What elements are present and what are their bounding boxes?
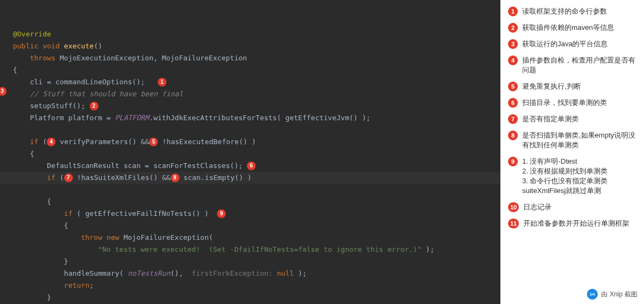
note-text: 读取框架支持的命令行参数 bbox=[522, 7, 636, 16]
code-line: { bbox=[4, 221, 68, 229]
code-line: { bbox=[4, 66, 17, 74]
note-item: 11开始准备参数并开始运行单测框架 bbox=[508, 219, 636, 228]
code-line: throw new MojoFailureException( bbox=[4, 233, 213, 241]
code-line: throws MojoExecutionException, MojoFailu… bbox=[4, 54, 247, 62]
inline-badge-7: 7 bbox=[64, 173, 73, 182]
inline-badge-6: 6 bbox=[247, 162, 256, 170]
inline-badge-1: 1 bbox=[158, 78, 166, 86]
note-badge: 7 bbox=[508, 114, 518, 124]
code-line: DefaultScanResult scan = scanForTestClas… bbox=[4, 162, 256, 170]
note-text: 1. 没有声明-Dtest 2. 没有根据规则找到单测类 3. 命令行也没有指定… bbox=[522, 157, 636, 196]
note-badge: 8 bbox=[508, 131, 518, 140]
code-line: @Override bbox=[4, 30, 51, 38]
code-line: } bbox=[4, 257, 68, 265]
code-line bbox=[4, 126, 9, 134]
xnip-icon: ✂ bbox=[587, 289, 598, 300]
watermark: ✂ 由 Xnip 截图 bbox=[587, 289, 637, 300]
note-item: 2获取插件依赖的maven等信息 bbox=[508, 23, 636, 33]
code-line: { bbox=[4, 197, 51, 206]
note-item: 3获取运行的Java的平台信息 bbox=[508, 39, 636, 49]
note-item: 5避免重复执行,判断 bbox=[508, 82, 636, 91]
code-line: { bbox=[4, 150, 34, 158]
code-line: } bbox=[4, 293, 51, 301]
code-line: if (4 verifyParameters() &&5 !hasExecute… bbox=[4, 138, 256, 146]
code-line: if ( getEffectiveFailIfNoTests() ) 9 bbox=[4, 209, 226, 218]
code-line: handleSummary( noTestsRun(), firstForkEx… bbox=[4, 269, 307, 277]
note-badge: 11 bbox=[508, 219, 519, 228]
note-badge: 10 bbox=[508, 202, 519, 212]
note-item: 6扫描目录，找到要单测的类 bbox=[508, 98, 636, 108]
note-text: 扫描目录，找到要单测的类 bbox=[522, 98, 636, 108]
note-text: 获取运行的Java的平台信息 bbox=[522, 39, 636, 49]
note-badge: 9 bbox=[508, 157, 518, 166]
note-text: 日志记录 bbox=[523, 202, 636, 212]
code-line: // Stuff that should have been final bbox=[4, 90, 183, 98]
code-line: cli = commandLineOptions(); 1 bbox=[4, 78, 166, 86]
code-line: setupStuff(); 2 bbox=[4, 102, 98, 110]
note-item: 1读取框架支持的命令行参数 bbox=[508, 7, 636, 16]
note-badge: 1 bbox=[508, 7, 518, 16]
code-line: return; bbox=[4, 281, 94, 289]
annotation-panel: 1读取框架支持的命令行参数2获取插件依赖的maven等信息3获取运行的Java的… bbox=[500, 0, 644, 304]
note-text: 获取插件依赖的maven等信息 bbox=[522, 23, 636, 33]
note-item: 10日志记录 bbox=[508, 202, 636, 212]
note-badge: 4 bbox=[508, 55, 518, 65]
inline-badge-2: 2 bbox=[90, 102, 98, 110]
watermark-text: 由 Xnip 截图 bbox=[601, 290, 637, 299]
note-text: 开始准备参数并开始运行单测框架 bbox=[523, 219, 636, 228]
code-line: public void execute() bbox=[4, 42, 102, 50]
code-line: "No tests were executed! (Set -DfailIfNo… bbox=[4, 245, 435, 253]
code-line-highlighted: if (7 !hasSuiteXmlFiles() &&8 scan.isEmp… bbox=[0, 172, 500, 184]
note-item: 91. 没有声明-Dtest 2. 没有根据规则找到单测类 3. 命令行也没有指… bbox=[508, 157, 636, 196]
note-item: 8是否扫描到单侧类,如果empty说明没有找到任何单测类 bbox=[508, 131, 636, 150]
inline-badge-9: 9 bbox=[217, 209, 226, 218]
code-line: Platform platform = PLATFORM.withJdkExec… bbox=[4, 114, 370, 122]
note-item: 7是否有指定单测类 bbox=[508, 114, 636, 124]
note-badge: 3 bbox=[508, 39, 518, 49]
note-text: 是否有指定单测类 bbox=[522, 114, 636, 124]
note-item: 4插件参数自检，检查用户配置是否有问题 bbox=[508, 55, 636, 75]
inline-badge-8: 8 bbox=[171, 173, 179, 182]
note-text: 避免重复执行,判断 bbox=[522, 82, 636, 91]
inline-badge-4: 4 bbox=[47, 138, 55, 146]
note-text: 插件参数自检，检查用户配置是否有问题 bbox=[522, 55, 636, 75]
note-text: 是否扫描到单侧类,如果empty说明没有找到任何单测类 bbox=[522, 131, 636, 150]
note-badge: 2 bbox=[508, 23, 518, 33]
code-editor[interactable]: 3 @Override public void execute() throws… bbox=[0, 0, 500, 304]
inline-badge-5: 5 bbox=[149, 138, 158, 146]
note-badge: 6 bbox=[508, 98, 518, 108]
note-badge: 5 bbox=[508, 82, 518, 91]
